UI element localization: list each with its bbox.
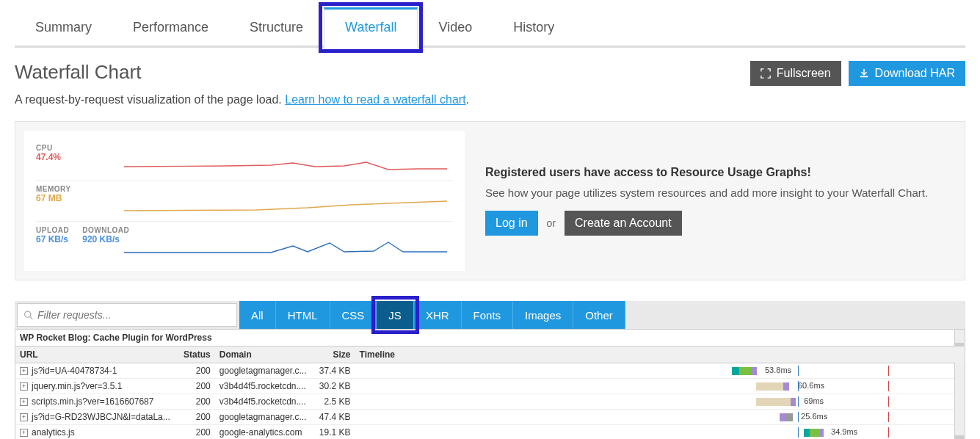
download-icon [859, 68, 869, 79]
filter-fonts[interactable]: Fonts [462, 301, 514, 329]
main-tabs: Summary Performance Structure Waterfall … [15, 7, 965, 48]
cell-status: 200 [175, 410, 215, 425]
timing-label: 69ms [804, 396, 824, 405]
cell-size: 37.4 KB [311, 363, 355, 379]
timeline-bar: 34.9ms [360, 427, 960, 438]
filter-all[interactable]: All [239, 301, 276, 329]
col-timeline[interactable]: Timeline [355, 347, 965, 363]
filter-js[interactable]: JS [377, 301, 414, 329]
create-account-button[interactable]: Create an Account [565, 211, 682, 236]
promo-heading: Registered users have access to Resource… [485, 166, 928, 179]
memory-sparkline [124, 197, 447, 214]
tab-summary[interactable]: Summary [15, 7, 112, 46]
cell-size: 47.4 KB [311, 410, 355, 425]
upload-label: UPLOAD [36, 226, 69, 234]
table-row[interactable]: +js?id=G-RD23WJBCJN&l=dataLa... 200 goog… [15, 410, 965, 425]
memory-label: MEMORY [36, 185, 453, 193]
cell-url: js?id=UA-40478734-1 [32, 366, 117, 376]
expand-icon[interactable]: + [20, 382, 28, 391]
expand-icon[interactable]: + [20, 367, 28, 375]
timeline-bar: 69ms [360, 396, 960, 407]
filter-html[interactable]: HTML [276, 301, 330, 329]
filter-input-wrap[interactable] [17, 303, 237, 327]
filter-css[interactable]: CSS [330, 301, 377, 329]
fullscreen-icon [761, 68, 771, 79]
cpu-label: CPU [36, 144, 453, 152]
expand-icon[interactable]: + [20, 429, 28, 437]
timeline-bar: 53.8ms [360, 366, 960, 376]
filter-other[interactable]: Other [573, 301, 625, 329]
download-value: 920 KB/s [82, 234, 129, 244]
learn-waterfall-link[interactable]: Learn how to read a waterfall chart [285, 93, 465, 106]
expand-icon[interactable]: + [20, 398, 28, 406]
tab-video[interactable]: Video [418, 7, 493, 46]
timing-label: 53.8ms [765, 366, 791, 374]
subtitle: A request-by-request visualization of th… [15, 93, 965, 106]
table-row[interactable]: +analytics.js 200 google-analytics.com 1… [15, 425, 965, 440]
filter-xhr[interactable]: XHR [414, 301, 462, 329]
svg-point-0 [25, 311, 31, 317]
login-button[interactable]: Log in [485, 211, 538, 236]
subtitle-period: . [466, 93, 469, 106]
timing-label: 25.6ms [801, 412, 827, 421]
tab-history[interactable]: History [493, 7, 575, 46]
filter-bar: All HTML CSS JS XHR Fonts Images Other [15, 301, 965, 329]
cell-size: 19.1 KB [311, 425, 355, 440]
subtitle-text: A request-by-request visualization of th… [15, 93, 285, 106]
filter-requests-input[interactable] [37, 309, 231, 321]
cpu-sparkline [124, 156, 447, 173]
promo-panel: CPU 47.4% MEMORY 67 MB UPLOAD 67 KB/s DO… [15, 121, 965, 280]
col-status[interactable]: Status [175, 347, 215, 363]
download-label: DOWNLOAD [82, 226, 129, 234]
filter-images[interactable]: Images [513, 301, 573, 329]
download-har-label: Download HAR [875, 67, 955, 80]
col-url[interactable]: URL [15, 347, 175, 363]
cell-status: 200 [175, 425, 215, 440]
col-domain[interactable]: Domain [215, 347, 311, 363]
tab-performance[interactable]: Performance [112, 7, 229, 46]
cell-domain: google-analytics.com [215, 425, 311, 440]
cell-url: jquery.min.js?ver=3.5.1 [32, 381, 123, 391]
cell-status: 200 [175, 363, 215, 379]
tab-structure[interactable]: Structure [229, 7, 324, 46]
download-har-button[interactable]: Download HAR [849, 61, 965, 86]
timeline-bar: 25.6ms [360, 412, 960, 422]
timeline-bar: 60.6ms [360, 381, 960, 391]
cell-domain: v3b4d4f5.rocketcdn.... [215, 379, 311, 394]
cell-url: analytics.js [32, 427, 75, 438]
timing-label: 60.6ms [798, 381, 824, 390]
or-label: or [547, 217, 556, 229]
cell-url: js?id=G-RD23WJBCJN&l=dataLa... [32, 412, 170, 422]
cell-size: 2.5 KB [311, 394, 355, 410]
table-title: WP Rocket Blog: Cache Plugin for WordPre… [15, 330, 965, 347]
cell-status: 200 [175, 379, 215, 394]
network-sparkline [124, 239, 447, 255]
fullscreen-label: Fullscreen [777, 67, 831, 80]
cell-status: 200 [175, 394, 215, 410]
table-row[interactable]: +js?id=UA-40478734-1 200 googletagmanage… [15, 363, 965, 379]
upload-value: 67 KB/s [36, 234, 69, 244]
search-icon [23, 310, 33, 320]
waterfall-table-wrap: WP Rocket Blog: Cache Plugin for WordPre… [15, 329, 965, 439]
table-row[interactable]: +jquery.min.js?ver=3.5.1 200 v3b4d4f5.ro… [15, 379, 965, 394]
svg-line-1 [30, 316, 32, 319]
expand-icon[interactable]: + [20, 413, 28, 421]
cell-domain: googletagmanager.c... [215, 410, 311, 425]
tab-waterfall[interactable]: Waterfall [324, 7, 418, 48]
cell-size: 30.2 KB [311, 379, 355, 394]
cell-domain: googletagmanager.c... [215, 363, 311, 379]
page-title: Waterfall Chart [15, 61, 141, 84]
timing-label: 34.9ms [831, 427, 857, 436]
table-row[interactable]: +scripts.min.js?ver=1616607687 200 v3b4d… [15, 394, 965, 410]
fullscreen-button[interactable]: Fullscreen [750, 61, 841, 86]
resource-graph-preview: CPU 47.4% MEMORY 67 MB UPLOAD 67 KB/s DO… [24, 131, 465, 271]
cell-domain: v3b4d4f5.rocketcdn.... [215, 394, 311, 410]
cell-url: scripts.min.js?ver=1616607687 [32, 396, 153, 407]
col-size[interactable]: Size [311, 347, 355, 363]
waterfall-table: URL Status Domain Size Timeline +js?id=U… [15, 347, 965, 439]
promo-body: See how your page utilizes system resour… [485, 186, 928, 199]
